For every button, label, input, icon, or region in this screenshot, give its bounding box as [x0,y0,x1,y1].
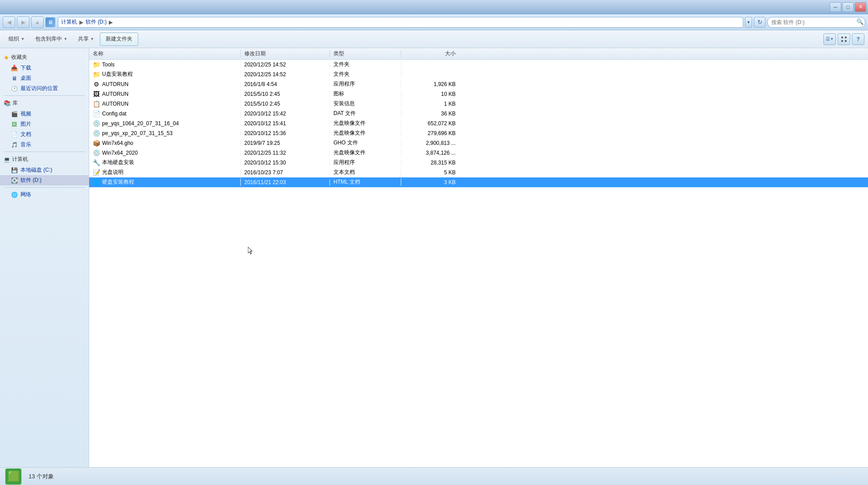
table-row[interactable]: 💿 pe_yqs_1064_20_07_31_16_04 2020/10/12 … [89,119,868,128]
search-wrap: 🔍 [767,17,865,28]
desktop-icon: 🖥 [11,75,18,82]
computer-label: 计算机 [12,156,28,163]
file-date-cell: 2020/12/25 11:32 [241,150,330,156]
file-date-cell: 2016/1/8 4:54 [241,81,330,87]
main-layout: ★ 收藏夹 📥 下载 🖥 桌面 🕐 最近访问的位置 📚 库 [0,48,868,467]
sidebar-favorites-header: ★ 收藏夹 [0,52,89,63]
file-date-cell: 2015/5/10 2:45 [241,91,330,97]
music-label: 音乐 [21,141,31,148]
sidebar-item-drive-c[interactable]: 💾 本地磁盘 (C:) [0,165,89,175]
table-row[interactable]: 🖼 AUTORUN 2015/5/10 2:45 图标 10 KB [89,89,868,99]
col-name-header[interactable]: 名称 [89,50,241,58]
sidebar-item-drive-d[interactable]: 💽 软件 (D:) [0,175,89,185]
address-bar: ◀ ▶ ▲ 🖥 计算机 ▶ 软件 (D:) ▶ ▼ ↻ 🔍 [0,14,868,30]
sidebar-section-favorites: ★ 收藏夹 📥 下载 🖥 桌面 🕐 最近访问的位置 [0,52,89,94]
file-type-icon: 📋 [93,100,100,107]
organize-button[interactable]: 组织 ▼ [4,33,29,46]
file-name-cell: 📦 Win7x64.gho [89,140,241,147]
doc-label: 文档 [21,131,31,138]
svg-rect-3 [845,40,847,42]
search-input[interactable] [767,17,865,28]
view-button[interactable]: ☰ ▼ [823,33,836,45]
sidebar-item-network[interactable]: 🌐 网络 [0,189,89,200]
file-name: Config.dat [102,111,127,117]
sidebar-item-music[interactable]: 🎵 音乐 [0,140,89,150]
help-icon: ? [856,36,860,42]
file-name-cell: 🔧 本地硬盘安装 [89,159,241,166]
table-row[interactable]: 💿 pe_yqs_xp_20_07_31_15_53 2020/10/12 15… [89,128,868,138]
close-button[interactable]: ✕ [855,2,866,12]
table-row[interactable]: 📄 Config.dat 2020/10/12 15:42 DAT 文件 36 … [89,109,868,119]
network-label: 网络 [21,191,31,198]
star-icon: ★ [4,54,9,61]
include-label: 包含到库中 [35,35,62,43]
file-date-cell: 2016/11/21 22:03 [241,179,330,185]
forward-button[interactable]: ▶ [17,16,29,28]
file-size-cell: 36 KB [401,111,459,117]
file-date-cell: 2020/10/12 15:41 [241,120,330,127]
image-label: 图片 [21,120,31,128]
table-row[interactable]: ⚙ AUTORUN 2016/1/8 4:54 应用程序 1,926 KB [89,79,868,89]
share-label: 共享 [78,35,89,43]
file-date-cell: 2019/9/7 19:25 [241,140,330,146]
address-path[interactable]: 计算机 ▶ 软件 (D:) ▶ [58,17,743,28]
file-type-icon: ⚙ [93,81,100,88]
sidebar-item-desktop[interactable]: 🖥 桌面 [0,73,89,83]
include-button[interactable]: 包含到库中 ▼ [30,33,72,46]
help-button[interactable]: ? [852,33,864,45]
table-row[interactable]: 🌐 硬盘安装教程 2016/11/21 22:03 HTML 文档 3 KB [89,177,868,187]
file-name-cell: 🖼 AUTORUN [89,90,241,98]
maximize-button[interactable]: □ [842,2,854,12]
sidebar-item-video[interactable]: 🎬 视频 [0,109,89,119]
search-icon[interactable]: 🔍 [856,18,864,25]
view-toggle-button[interactable] [838,33,850,45]
file-date-cell: 2020/10/12 15:30 [241,160,330,166]
sidebar-item-image[interactable]: 🖼 图片 [0,119,89,129]
file-type-icon: 📦 [93,140,100,147]
table-row[interactable]: 📁 Tools 2020/12/25 14:52 文件夹 [89,60,868,70]
address-dropdown[interactable]: ▼ [745,17,752,28]
file-type-cell: 光盘映像文件 [330,119,401,127]
file-size-cell: 3,874,126 ... [401,150,459,156]
new-folder-button[interactable]: 新建文件夹 [100,33,138,46]
svg-rect-1 [845,37,847,38]
organize-label: 组织 [8,35,19,43]
file-size-cell: 1 KB [401,101,459,107]
sidebar-section-library: 📚 库 🎬 视频 🖼 图片 📄 文档 🎵 音乐 [0,98,89,150]
file-type-icon: 🔧 [93,159,100,166]
table-row[interactable]: 📝 光盘说明 2016/10/23 7:07 文本文档 5 KB [89,168,868,177]
sidebar-item-download[interactable]: 📥 下载 [0,63,89,73]
sidebar-sep3 [4,187,85,188]
file-type-icon: 📁 [93,71,100,78]
folder-icon: 📥 [11,65,18,72]
file-type-cell: 光盘映像文件 [330,129,401,137]
table-row[interactable]: 🔧 本地硬盘安装 2020/10/12 15:30 应用程序 28,315 KB [89,158,868,168]
sidebar-item-doc[interactable]: 📄 文档 [0,129,89,140]
view-icon: ☰ [826,36,830,42]
sidebar-item-recent[interactable]: 🕐 最近访问的位置 [0,83,89,94]
file-name: AUTORUN [102,101,128,107]
file-type-cell: 光盘映像文件 [330,149,401,156]
col-size-header[interactable]: 大小 [401,50,459,58]
minimize-button[interactable]: ─ [830,2,841,12]
share-button[interactable]: 共享 ▼ [73,33,99,46]
refresh-button[interactable]: ↻ [754,17,765,28]
file-list: 📁 Tools 2020/12/25 14:52 文件夹 📁 U盘安装教程 20… [89,60,868,467]
table-row[interactable]: 📋 AUTORUN 2015/5/10 2:45 安装信息 1 KB [89,99,868,109]
table-row[interactable]: 💿 Win7x64_2020 2020/12/25 11:32 光盘映像文件 3… [89,148,868,158]
up-button[interactable]: ▲ [31,16,44,28]
video-label: 视频 [21,110,31,118]
back-button[interactable]: ◀ [3,16,15,28]
table-row[interactable]: 📦 Win7x64.gho 2019/9/7 19:25 GHO 文件 2,90… [89,138,868,148]
sidebar-section-computer: 💻 计算机 💾 本地磁盘 (C:) 💽 软件 (D:) [0,154,89,185]
table-row[interactable]: 📁 U盘安装教程 2020/12/25 14:52 文件夹 [89,70,868,79]
col-type-header[interactable]: 类型 [330,50,401,58]
file-name: AUTORUN [102,81,128,87]
col-date-header[interactable]: 修改日期 [241,50,330,58]
file-type-cell: 文件夹 [330,70,401,78]
file-name: 光盘说明 [102,169,123,176]
title-bar: ─ □ ✕ [0,0,868,14]
sidebar-section-network: 🌐 网络 [0,189,89,200]
file-size-cell: 3 KB [401,179,459,185]
sidebar-sep2 [4,152,85,152]
